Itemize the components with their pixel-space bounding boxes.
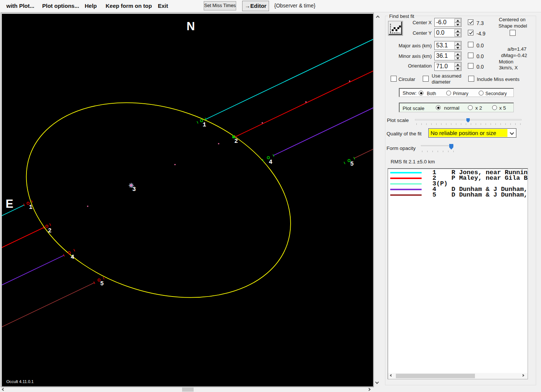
svg-text:2: 2 (48, 228, 52, 234)
svg-text:5: 5 (350, 161, 354, 167)
svg-text:1: 1 (203, 122, 206, 128)
svg-text:N: N (187, 20, 195, 33)
svg-text:1: 1 (29, 204, 33, 211)
svg-text:5: 5 (100, 280, 104, 287)
svg-text:3: 3 (132, 186, 136, 193)
svg-text:Occult 4.11.0.1: Occult 4.11.0.1 (6, 379, 34, 384)
svg-text:2: 2 (234, 138, 238, 145)
svg-text:4: 4 (71, 254, 75, 261)
svg-text:E: E (6, 197, 13, 210)
svg-text:4: 4 (269, 159, 273, 166)
